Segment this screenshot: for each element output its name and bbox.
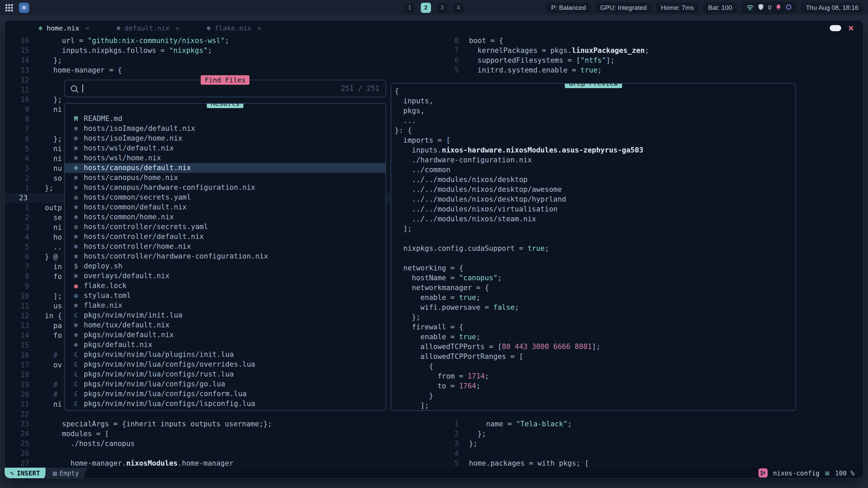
code-text: networking = { [395, 263, 463, 273]
lua-icon: ☾ [70, 379, 82, 389]
window-close-button[interactable]: × [848, 23, 854, 33]
list-item[interactable]: ☾pkgs/nvim/nvim/lua/configs/conform.lua [65, 389, 386, 399]
workspace-button-4[interactable]: 4 [453, 3, 463, 13]
code-line[interactable]: 27 home-manager.nixosModules.home-manage… [5, 459, 451, 468]
list-item[interactable]: $deploy.sh [65, 261, 386, 271]
code-line [395, 253, 795, 263]
tabs: ❄home.nix×❄default.nix×❄flake.nix× [25, 20, 275, 36]
list-item[interactable]: ❄hosts/common/default.nix [65, 202, 386, 212]
file-name: hosts/common/default.nix [84, 202, 186, 212]
code-line[interactable]: 5 initrd.systemd.enable = true; [439, 65, 864, 75]
list-item[interactable]: ☾pkgs/nvim/nvim/init.lua [65, 310, 386, 320]
workspace-button-3[interactable]: 3 [437, 3, 447, 13]
line-number: 3 [5, 164, 29, 174]
list-item[interactable]: ❄hosts/controller/hardware-configuration… [65, 251, 386, 261]
editor-pane-right-bottom[interactable]: 1 name = "Tela-black";2 };3};45home.pack… [439, 419, 864, 468]
code-line[interactable]: 4 [439, 449, 864, 459]
code-line[interactable]: 3}; [439, 439, 864, 449]
code-text: ho [29, 232, 62, 242]
line-number: 14 [5, 331, 29, 341]
code-line[interactable]: 6 supportedFilesystems = ["ntfs"]; [439, 56, 864, 65]
tab-home.nix[interactable]: ❄home.nix× [25, 20, 103, 36]
tab-flake.nix[interactable]: ❄flake.nix× [193, 20, 275, 36]
list-item[interactable]: ☾pkgs/nvim/nvim/lua/configs/overrides.lu… [65, 360, 386, 369]
find-files-input[interactable]: Find Files 251 / 251 [64, 80, 386, 97]
code-line: enable = true; [395, 293, 795, 303]
code-text: ni [29, 105, 62, 115]
list-item[interactable]: ❄flake.nix [65, 301, 386, 310]
file-name: pkgs/nvim/nvim/lua/configs/go.lua [84, 379, 225, 389]
list-item[interactable]: ❄home/tux/default.nix [65, 320, 386, 330]
workspace-button-1[interactable]: 1 [405, 3, 415, 13]
code-text: }; [459, 439, 477, 449]
close-icon[interactable]: × [85, 24, 90, 32]
bell-icon[interactable] [775, 4, 782, 12]
shield-icon[interactable] [758, 4, 764, 12]
code-line[interactable]: 24 modules = [ [5, 429, 451, 439]
list-item[interactable]: ☾pkgs/nvim/nvim/lua/configs/rust.lua [65, 369, 386, 379]
list-item[interactable]: ☾pkgs/nvim/nvim/lua/plugins/init.lua [65, 350, 386, 360]
code-line[interactable]: 5home.packages = with pkgs; [ [439, 459, 864, 468]
list-item[interactable]: MREADME.md [65, 114, 386, 124]
code-line[interactable]: 22 [5, 409, 451, 419]
list-item[interactable]: ❄hosts/wsl/home.nix [65, 153, 386, 163]
list-item[interactable]: ❄hosts/canopus/default.nix [65, 163, 386, 173]
list-item[interactable]: ❄pkgs/default.nix [65, 340, 386, 350]
list-item[interactable]: ⚙hosts/controller/secrets.yaml [65, 222, 386, 232]
code-line: to = 1764; [395, 381, 795, 391]
status-badge: Bat: 100 [703, 2, 737, 13]
list-item[interactable]: ❄pkgs/nvim/default.nix [65, 330, 386, 340]
status-badge: Home: 7ms [656, 2, 698, 13]
code-line[interactable]: 2 }; [439, 429, 864, 439]
search-icon [71, 85, 77, 92]
code-text: in { [29, 311, 62, 321]
code-line[interactable]: 1 name = "Tela-black"; [439, 419, 864, 429]
file-name: flake.nix [84, 301, 122, 310]
code-line[interactable]: 15 inputs.nixpkgs.follows = "nixpkgs"; [5, 46, 451, 56]
code-line[interactable]: 25 ./hosts/canopus [5, 439, 451, 449]
code-line[interactable]: 26 [5, 449, 451, 459]
list-item[interactable]: ❄hosts/controller/home.nix [65, 242, 386, 251]
list-item[interactable]: ❄hosts/isoImage/home.nix [65, 134, 386, 143]
editor-pane-right-top[interactable]: 8boot = {7 kernelPackages = pkgs.linuxPa… [439, 36, 864, 75]
status-bar: ✎ INSERT ▤ Empty nixos-config ≡ 100 % [5, 468, 863, 478]
close-icon[interactable]: × [176, 24, 180, 32]
wifi-icon[interactable] [746, 4, 754, 12]
code-line[interactable]: 13 home-manager = { [5, 65, 451, 75]
nixos-logo-icon[interactable]: ❄ [19, 3, 29, 13]
results-title: Results [207, 103, 243, 108]
code-text: { [395, 362, 433, 371]
line-number: 5 [439, 459, 459, 468]
list-item[interactable]: ☾pkgs/nvim/nvim/lua/configs/lspconfig.lu… [65, 399, 386, 409]
list-item[interactable]: ⚙hosts/common/secrets.yaml [65, 192, 386, 202]
nix-icon: ❄ [70, 163, 82, 173]
list-item[interactable]: ❄overlays/default.nix [65, 271, 386, 281]
list-item[interactable]: ❄hosts/controller/default.nix [65, 232, 386, 242]
workspace-button-2[interactable]: 2 [421, 3, 431, 13]
list-item[interactable]: ☾pkgs/nvim/nvim/lua/configs/go.lua [65, 379, 386, 389]
code-line[interactable]: 14 }; [5, 56, 451, 65]
code-line[interactable]: 23 specialArgs = {inherit inputs outputs… [5, 419, 451, 429]
tab-default.nix[interactable]: ❄default.nix× [103, 20, 193, 36]
list-item[interactable]: ❄hosts/common/home.nix [65, 212, 386, 222]
indicator-icon[interactable] [786, 4, 792, 11]
list-item[interactable]: ●flake.lock [65, 281, 386, 291]
window-pill-button[interactable] [830, 25, 841, 31]
list-item[interactable]: ⚙stylua.toml [65, 291, 386, 301]
code-text: enable = true; [395, 293, 480, 303]
list-item[interactable]: ❄hosts/canopus/home.nix [65, 173, 386, 183]
close-icon[interactable]: × [258, 24, 262, 32]
app-launcher-icon[interactable] [5, 3, 14, 12]
code-line[interactable]: 7 kernelPackages = pkgs.linuxPackages_ze… [439, 46, 864, 56]
list-item[interactable]: ❄hosts/isoImage/default.nix [65, 124, 386, 134]
code-text: nu [29, 164, 62, 174]
code-text: se [29, 213, 62, 223]
list-item[interactable]: ❄hosts/canopus/hardware-configuration.ni… [65, 183, 386, 192]
nix-icon: ❄ [70, 153, 82, 163]
file-name: hosts/canopus/default.nix [84, 163, 191, 173]
code-line[interactable]: 16 url = "github:nix-community/nixos-wsl… [5, 36, 451, 46]
list-item[interactable]: ❄hosts/wsl/default.nix [65, 143, 386, 153]
code-line[interactable]: 8boot = { [439, 36, 864, 46]
line-number: 17 [5, 360, 29, 370]
code-line: networking = { [395, 263, 795, 273]
